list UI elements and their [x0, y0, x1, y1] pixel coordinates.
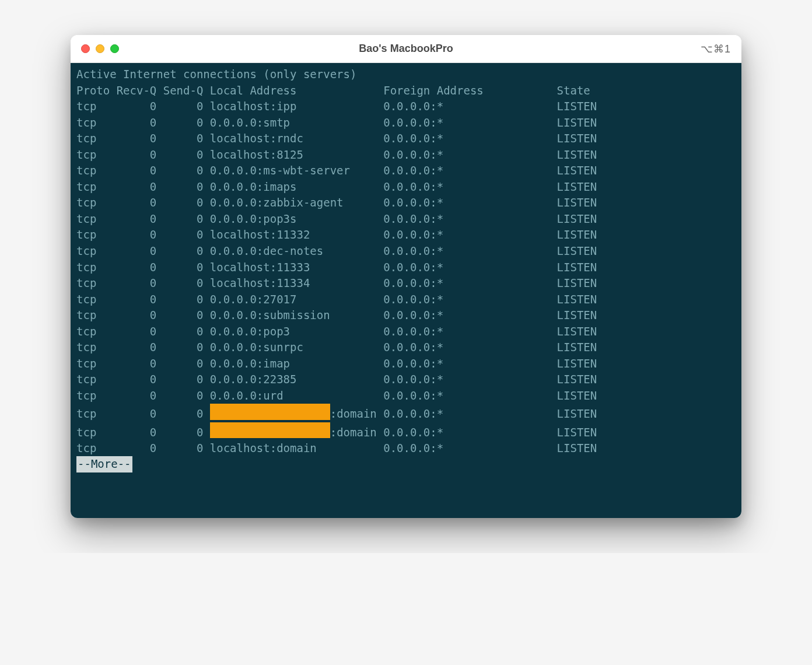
table-row: tcp 0 0 localhost:11334 0.0.0.0:* LISTEN — [76, 275, 736, 292]
table-row: tcp 0 0 0.0.0.0:imap 0.0.0.0:* LISTEN — [76, 356, 736, 372]
output-heading: Active Internet connections (only server… — [76, 66, 736, 83]
more-prompt[interactable]: --More-- — [76, 456, 736, 473]
table-row: tcp 0 0 localhost:rndc 0.0.0.0:* LISTEN — [76, 131, 736, 147]
maximize-button[interactable] — [110, 44, 119, 53]
redacted-block — [210, 404, 330, 420]
table-row: tcp 0 0 localhost:8125 0.0.0.0:* LISTEN — [76, 147, 736, 163]
table-row: tcp 0 0 0.0.0.0:pop3s 0.0.0.0:* LISTEN — [76, 211, 736, 228]
table-row: tcp 0 0 :domain 0.0.0.0:* LISTEN — [76, 404, 736, 422]
table-row: tcp 0 0 0.0.0.0:sunrpc 0.0.0.0:* LISTEN — [76, 340, 736, 356]
minimize-button[interactable] — [96, 44, 104, 53]
table-row: tcp 0 0 0.0.0.0:pop3 0.0.0.0:* LISTEN — [76, 324, 736, 340]
column-header: Proto Recv-Q Send-Q Local Address Foreig… — [76, 83, 736, 99]
table-row: tcp 0 0 localhost:domain 0.0.0.0:* LISTE… — [76, 440, 736, 457]
table-row: tcp 0 0 0.0.0.0:smtp 0.0.0.0:* LISTEN — [76, 115, 736, 131]
table-row: tcp 0 0 0.0.0.0:zabbix-agent 0.0.0.0:* L… — [76, 195, 736, 211]
table-row: tcp 0 0 localhost:11333 0.0.0.0:* LISTEN — [76, 260, 736, 276]
table-row: tcp 0 0 localhost:11332 0.0.0.0:* LISTEN — [76, 227, 736, 243]
close-button[interactable] — [81, 44, 90, 53]
table-row: tcp 0 0 0.0.0.0:27017 0.0.0.0:* LISTEN — [76, 292, 736, 308]
table-row: tcp 0 0 0.0.0.0:ms-wbt-server 0.0.0.0:* … — [76, 163, 736, 179]
table-row: tcp 0 0 :domain 0.0.0.0:* LISTEN — [76, 422, 736, 440]
titlebar: Bao's MacbookPro ⌥⌘1 — [71, 35, 741, 63]
table-row: tcp 0 0 localhost:ipp 0.0.0.0:* LISTEN — [76, 99, 736, 115]
table-row: tcp 0 0 0.0.0.0:22385 0.0.0.0:* LISTEN — [76, 372, 736, 388]
window-title: Bao's MacbookPro — [359, 43, 453, 55]
table-row: tcp 0 0 0.0.0.0:submission 0.0.0.0:* LIS… — [76, 307, 736, 324]
terminal-body[interactable]: Active Internet connections (only server… — [71, 63, 741, 518]
table-row: tcp 0 0 0.0.0.0:dec-notes 0.0.0.0:* LIST… — [76, 243, 736, 260]
table-row: tcp 0 0 0.0.0.0:urd 0.0.0.0:* LISTEN — [76, 388, 736, 404]
table-row: tcp 0 0 0.0.0.0:imaps 0.0.0.0:* LISTEN — [76, 179, 736, 195]
terminal-window: Bao's MacbookPro ⌥⌘1 Active Internet con… — [71, 35, 741, 518]
redacted-block — [210, 422, 330, 439]
tab-indicator: ⌥⌘1 — [701, 43, 731, 55]
traffic-lights — [81, 44, 119, 53]
